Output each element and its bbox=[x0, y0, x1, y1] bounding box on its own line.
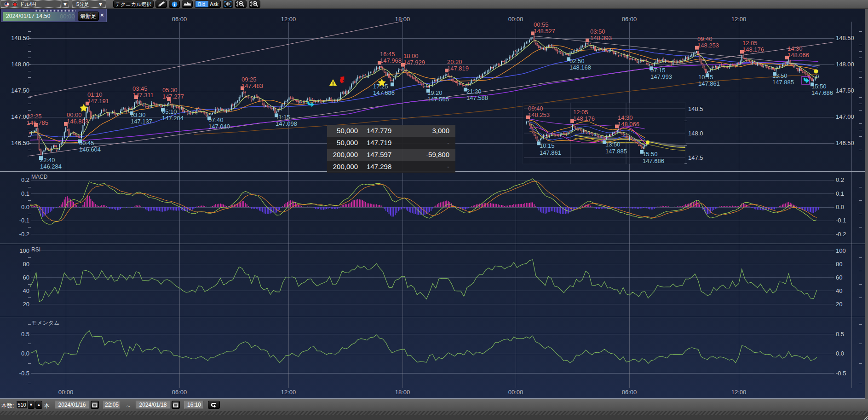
svg-text:146.50: 146.50 bbox=[836, 140, 854, 146]
svg-text:00:00: 00:00 bbox=[508, 16, 523, 23]
svg-text:-0.2: -0.2 bbox=[836, 231, 846, 238]
svg-text:146.604: 146.604 bbox=[79, 146, 101, 153]
svg-text:0.5: 0.5 bbox=[836, 331, 844, 338]
svg-text:18:00: 18:00 bbox=[395, 16, 410, 23]
svg-text:147.686: 147.686 bbox=[811, 89, 833, 96]
svg-text:148.527: 148.527 bbox=[534, 28, 555, 35]
svg-text:40: 40 bbox=[836, 287, 842, 294]
svg-text:16:45: 16:45 bbox=[380, 51, 395, 58]
svg-text:09:40: 09:40 bbox=[528, 105, 543, 112]
svg-text:147.565: 147.565 bbox=[427, 96, 449, 103]
svg-text:146.803: 146.803 bbox=[67, 118, 88, 125]
svg-text:MACD: MACD bbox=[31, 174, 48, 180]
svg-text:03:45: 03:45 bbox=[132, 85, 148, 92]
svg-text:12:05: 12:05 bbox=[573, 109, 588, 116]
svg-text:07:40: 07:40 bbox=[208, 117, 224, 123]
svg-text:0.1: 0.1 bbox=[21, 190, 29, 197]
svg-text:147.885: 147.885 bbox=[605, 148, 627, 155]
svg-text:0.5: 0.5 bbox=[21, 331, 29, 338]
svg-text:148.066: 148.066 bbox=[788, 52, 809, 58]
svg-text:10:15: 10:15 bbox=[540, 142, 555, 149]
svg-text:148.50: 148.50 bbox=[11, 35, 29, 41]
svg-text:12:05: 12:05 bbox=[742, 40, 758, 47]
svg-text:00:00: 00:00 bbox=[67, 111, 82, 118]
svg-text:147.204: 147.204 bbox=[162, 115, 184, 122]
svg-text:147.861: 147.861 bbox=[540, 149, 561, 156]
svg-text:0.0: 0.0 bbox=[21, 350, 29, 357]
svg-text:18:00: 18:00 bbox=[395, 389, 410, 396]
svg-text:09:25: 09:25 bbox=[241, 76, 257, 83]
svg-text:147.686: 147.686 bbox=[373, 89, 395, 96]
svg-text:15:50: 15:50 bbox=[643, 151, 658, 158]
svg-text:09:40: 09:40 bbox=[697, 35, 713, 42]
svg-text:11:15: 11:15 bbox=[276, 114, 290, 121]
svg-text:07:15: 07:15 bbox=[650, 67, 666, 74]
svg-text:20:20: 20:20 bbox=[447, 58, 462, 65]
svg-text:19:20: 19:20 bbox=[427, 89, 443, 96]
svg-text:147.483: 147.483 bbox=[241, 82, 263, 89]
svg-text:20: 20 bbox=[836, 301, 842, 308]
svg-text:12:00: 12:00 bbox=[731, 389, 747, 396]
svg-text:147.588: 147.588 bbox=[466, 94, 488, 101]
svg-text:0.0: 0.0 bbox=[836, 204, 844, 210]
svg-text:-0.5: -0.5 bbox=[19, 370, 29, 377]
svg-text:147.50: 147.50 bbox=[836, 87, 854, 94]
svg-text:00:45: 00:45 bbox=[79, 140, 94, 146]
svg-text:147.50: 147.50 bbox=[11, 87, 29, 94]
svg-text:0.0: 0.0 bbox=[21, 204, 29, 210]
svg-text:148.00: 148.00 bbox=[11, 61, 29, 68]
svg-text:147.311: 147.311 bbox=[132, 92, 154, 99]
svg-text:-0.2: -0.2 bbox=[19, 231, 29, 238]
svg-text:148.176: 148.176 bbox=[573, 115, 595, 122]
svg-text:12:00: 12:00 bbox=[731, 16, 747, 23]
svg-text:14:30: 14:30 bbox=[788, 45, 803, 52]
svg-text:00:00: 00:00 bbox=[58, 389, 74, 396]
svg-text:0.2: 0.2 bbox=[21, 176, 29, 183]
svg-text:10:15: 10:15 bbox=[698, 74, 713, 81]
svg-text:147.819: 147.819 bbox=[447, 65, 469, 72]
svg-text:03:50: 03:50 bbox=[590, 28, 605, 35]
svg-text:06:00: 06:00 bbox=[622, 16, 637, 23]
svg-text:40: 40 bbox=[23, 287, 29, 294]
svg-text:147.098: 147.098 bbox=[276, 120, 297, 127]
svg-text:147.277: 147.277 bbox=[162, 93, 184, 100]
svg-text:148.168: 148.168 bbox=[569, 64, 591, 71]
svg-text:12:00: 12:00 bbox=[281, 16, 296, 23]
svg-text:148.00: 148.00 bbox=[836, 61, 854, 68]
svg-text:-0.1: -0.1 bbox=[836, 217, 846, 224]
svg-text:147.5: 147.5 bbox=[688, 154, 703, 161]
svg-text:100: 100 bbox=[19, 247, 29, 254]
svg-text:148.066: 148.066 bbox=[618, 121, 639, 128]
svg-text:06:00: 06:00 bbox=[172, 389, 187, 396]
svg-text:13:50: 13:50 bbox=[605, 141, 621, 148]
svg-text:147.191: 147.191 bbox=[87, 98, 109, 105]
svg-text:13:50: 13:50 bbox=[772, 72, 788, 79]
svg-text:148.253: 148.253 bbox=[697, 42, 719, 49]
svg-text:00:55: 00:55 bbox=[534, 21, 549, 28]
svg-text:12:00: 12:00 bbox=[281, 389, 296, 396]
svg-text:80: 80 bbox=[836, 261, 842, 268]
svg-text:0.0: 0.0 bbox=[836, 350, 844, 357]
svg-text:146.284: 146.284 bbox=[40, 163, 62, 170]
svg-text:05:30: 05:30 bbox=[162, 87, 178, 93]
svg-text:60: 60 bbox=[836, 274, 842, 281]
svg-text:20: 20 bbox=[23, 301, 29, 308]
svg-text:06:00: 06:00 bbox=[172, 16, 187, 23]
svg-text:146.50: 146.50 bbox=[11, 140, 29, 146]
svg-text:モメンタム: モメンタム bbox=[31, 320, 59, 326]
svg-text:148.5: 148.5 bbox=[688, 105, 703, 112]
svg-text:15:50: 15:50 bbox=[811, 83, 827, 90]
svg-text:148.50: 148.50 bbox=[836, 35, 854, 41]
svg-text:00:00: 00:00 bbox=[508, 389, 523, 396]
svg-text:RSI: RSI bbox=[31, 246, 40, 253]
svg-text:14:30: 14:30 bbox=[618, 114, 633, 121]
svg-text:0.1: 0.1 bbox=[836, 190, 844, 197]
svg-text:148.393: 148.393 bbox=[590, 35, 612, 41]
svg-text:-0.5: -0.5 bbox=[836, 370, 846, 377]
svg-text:147.861: 147.861 bbox=[698, 80, 720, 87]
svg-text:05:10: 05:10 bbox=[162, 108, 177, 115]
svg-text:147.885: 147.885 bbox=[772, 79, 794, 86]
svg-text:100: 100 bbox=[836, 247, 846, 254]
svg-text:22:25: 22:25 bbox=[27, 113, 42, 120]
svg-text:147.040: 147.040 bbox=[208, 123, 230, 130]
